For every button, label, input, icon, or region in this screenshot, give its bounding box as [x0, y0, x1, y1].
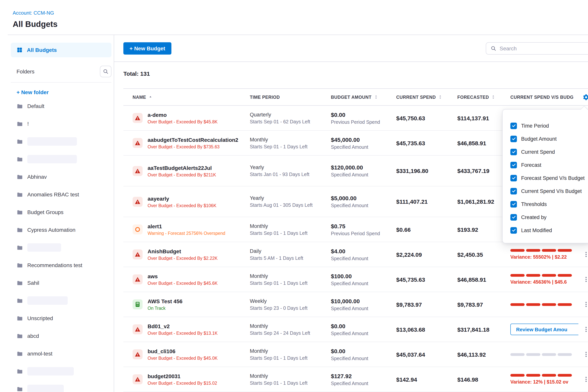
budget-name-text: Bd01_v2Over Budget - Exceeded By $13.1K [148, 323, 218, 336]
checkbox-checked-icon[interactable] [510, 136, 517, 142]
budget-name: bud_cli106 [148, 348, 218, 354]
checkbox-checked-icon[interactable] [510, 175, 517, 181]
table-row[interactable]: AnishBudgetOver Budget - Exceeded By $2.… [123, 242, 588, 267]
folder-item[interactable] [11, 362, 112, 380]
sort-icon[interactable] [491, 94, 496, 100]
new-budget-button[interactable]: + New Budget [123, 42, 172, 54]
folder-item[interactable]: Recommendations test [11, 256, 112, 274]
budget-amount: $0.00 [331, 348, 396, 354]
budget-name: Bd01_v2 [148, 323, 218, 329]
folder-item[interactable] [11, 132, 112, 150]
folder-item[interactable]: Sahil [11, 274, 112, 292]
table-row[interactable]: Bd01_v2Over Budget - Exceeded By $13.1KM… [123, 317, 588, 342]
folder-icon [16, 262, 23, 268]
row-menu-button[interactable] [582, 275, 588, 284]
column-toggle-budget-amount[interactable]: Budget Amount [503, 132, 588, 145]
column-header-current-spend[interactable]: CURRENT SPEND [396, 94, 457, 100]
sort-ascending-icon[interactable] [148, 94, 153, 100]
column-toggle-forecast-spend-v-s-budget[interactable]: Forecast Spend V/s Budget [503, 172, 588, 184]
folder-label: ! [27, 121, 29, 127]
folder-item[interactable]: Unscripted [11, 309, 112, 327]
grid-icon [16, 47, 23, 53]
checkbox-checked-icon[interactable] [510, 201, 517, 207]
threshold-bar [510, 274, 573, 277]
folders-header: Folders [11, 66, 112, 83]
column-toggle-time-period[interactable]: Time Period [503, 119, 588, 132]
table-row[interactable]: budget20031Over Budget - Exceeded By $15… [123, 367, 588, 392]
column-toggle-current-spend[interactable]: Current Spend [503, 145, 588, 158]
row-menu-button[interactable] [582, 375, 588, 384]
checkbox-checked-icon[interactable] [510, 122, 517, 129]
account-breadcrumb[interactable]: Account: CCM-NG [13, 10, 54, 16]
amount-type: Specified Amount [331, 172, 396, 178]
threshold-bar-segment [526, 374, 540, 377]
threshold-bar-segment [558, 249, 572, 252]
table-row[interactable]: bud_cli106Over Budget - Exceeded By $45.… [123, 342, 588, 367]
column-toggle-thresholds[interactable]: Thresholds [503, 198, 588, 210]
folder-item[interactable]: Cypress Automation [11, 221, 112, 239]
folder-item[interactable]: ! [11, 115, 112, 132]
column-header-current-spend-v-s-budg[interactable]: CURRENT SPEND V/S BUDG [510, 95, 578, 99]
checkbox-checked-icon[interactable] [510, 188, 517, 194]
over-budget-icon [132, 374, 142, 384]
period-detail: Starts Sep 01 - 1 Days Left [250, 144, 331, 149]
folder-item[interactable]: abcd [11, 327, 112, 345]
sort-icon[interactable] [373, 94, 378, 100]
over-budget-icon [132, 250, 142, 260]
column-toggle-current-spend-v-s-budget[interactable]: Current Spend V/s Budget [503, 184, 588, 198]
table-row[interactable]: awsOver Budget - Exceeded By $45.6KMonth… [123, 267, 588, 292]
sidebar-item-all-budgets[interactable]: All Budgets [11, 43, 112, 57]
new-folder-button[interactable]: + New folder [16, 89, 112, 95]
gear-icon [582, 94, 588, 100]
folder-item[interactable]: Anomalies RBAC test [11, 186, 112, 203]
row-menu-button[interactable] [582, 325, 588, 334]
folder-search-button[interactable] [100, 66, 112, 77]
budget-name: alert1 [148, 223, 225, 230]
folder-item[interactable] [11, 292, 112, 309]
threshold-bar-segment [510, 353, 524, 356]
checkbox-checked-icon[interactable] [510, 148, 517, 155]
folder-item[interactable] [11, 150, 112, 168]
folder-item[interactable]: Abhinav [11, 168, 112, 186]
folder-item[interactable]: anmol-test [11, 345, 112, 362]
amount-type: Specified Amount [331, 331, 396, 336]
budget-status: Over Budget - Exceeded By $106K [148, 203, 216, 208]
column-toggle-label: Forecast Spend V/s Budget [521, 175, 584, 181]
period-type: Monthly [250, 223, 331, 229]
budget-status: Over Budget - Exceeded By $45.8K [148, 120, 218, 124]
budget-amount-cell: $10,000.00Specified Amount [331, 298, 396, 311]
column-header-forecasted[interactable]: FORECASTED [457, 94, 510, 100]
folder-item[interactable]: Budget Groups [11, 203, 112, 221]
column-toggle-forecast[interactable]: Forecast [503, 158, 588, 172]
folder-name-placeholder [27, 137, 77, 146]
folder-icon [16, 332, 23, 339]
column-header-time-period[interactable]: TIME PERIOD [250, 95, 331, 99]
column-toggle-last-modified[interactable]: Last Modified [503, 224, 588, 237]
sort-icon[interactable] [438, 94, 443, 100]
column-header-name[interactable]: NAME [123, 94, 250, 100]
column-settings-button[interactable] [582, 92, 588, 102]
threshold-bar [510, 374, 573, 377]
budget-status: Over Budget - Exceeded By $45.0K [148, 356, 218, 360]
threshold-bar-segment [510, 374, 524, 377]
review-budget-button[interactable]: Review Budget Amou [510, 324, 578, 335]
folder-item[interactable]: Default [11, 97, 112, 115]
checkbox-checked-icon[interactable] [510, 227, 517, 234]
budget-status: Over Budget - Exceeded By $735.63 [148, 144, 238, 149]
checkbox-checked-icon[interactable] [510, 162, 517, 168]
row-menu-button[interactable] [582, 250, 588, 259]
search-input[interactable] [500, 45, 588, 52]
column-header-budget-amount[interactable]: BUDGET AMOUNT [331, 94, 396, 100]
checkbox-checked-icon[interactable] [510, 214, 517, 220]
table-row[interactable]: AWS Test 456On TrackWeeklyStarts Sep 23 … [123, 292, 588, 317]
folder-item[interactable] [11, 380, 112, 392]
budget-name-cell: budget20031Over Budget - Exceeded By $15… [123, 373, 250, 386]
time-period-cell: DailyStarts 5 AM - 1 Days Left [250, 248, 331, 261]
column-toggle-created-by[interactable]: Created by [503, 210, 588, 224]
folder-item[interactable] [11, 239, 112, 256]
row-menu-button[interactable] [582, 350, 588, 358]
folder-name-placeholder [27, 385, 64, 392]
budget-amount: $0.00 [331, 111, 396, 118]
row-menu-button[interactable] [582, 300, 588, 308]
threshold-bar-segment [526, 249, 540, 252]
